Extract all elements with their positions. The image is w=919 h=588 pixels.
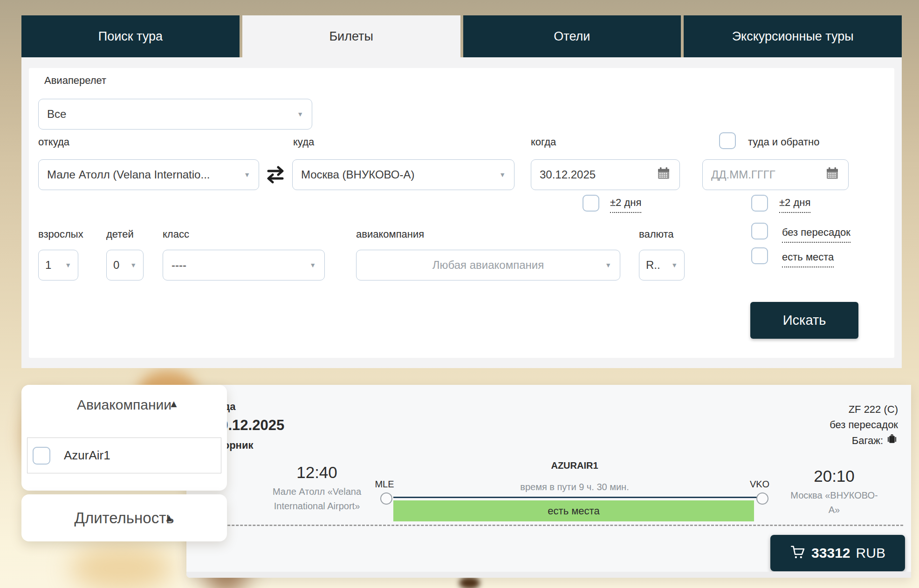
tickets-tab-panel: Авиаперелет Все ▼ откуда куда когда туда… bbox=[21, 57, 902, 368]
airline-filter-row: AzurAir1 bbox=[27, 438, 221, 473]
airline-label: авиакомпания bbox=[356, 228, 424, 240]
baggage-icon bbox=[886, 432, 898, 449]
return-date-placeholder: ДД.ММ.ГГГГ bbox=[711, 168, 775, 181]
from-label: откуда bbox=[38, 136, 69, 148]
cart-icon bbox=[790, 545, 806, 561]
price-amount: 33312 bbox=[811, 545, 850, 561]
to-airport-value: Москва (ВНУКОВО-А) bbox=[301, 168, 414, 181]
chevron-down-icon: ▼ bbox=[60, 261, 71, 269]
flight-duration: время в пути 9 ч. 30 мин. bbox=[481, 482, 668, 492]
class-value: ---- bbox=[171, 259, 186, 272]
flex-dates-checkbox-return[interactable] bbox=[751, 195, 768, 212]
roundtrip-label: туда и обратно bbox=[748, 136, 819, 148]
chevron-down-icon: ▼ bbox=[125, 261, 137, 269]
collapse-arrow-icon[interactable]: ▲ bbox=[169, 398, 179, 410]
return-date-input[interactable]: ДД.ММ.ГГГГ bbox=[702, 159, 849, 190]
children-label: детей bbox=[106, 228, 134, 240]
airlines-filter-title: Авиакомпании bbox=[21, 385, 227, 413]
to-label: куда bbox=[293, 136, 314, 148]
seats-available-checkbox[interactable] bbox=[751, 247, 768, 264]
tab-label: Поиск тура bbox=[98, 29, 163, 44]
tab-tickets[interactable]: Билеты bbox=[242, 15, 460, 57]
class-label: класс bbox=[163, 228, 189, 240]
depart-date-input[interactable]: 30.12.2025 bbox=[531, 159, 680, 190]
from-airport-select[interactable]: Мале Атолл (Velana Internatio... ▼ bbox=[38, 159, 259, 190]
airline-checkbox[interactable] bbox=[33, 447, 50, 465]
flight-section-label: Авиаперелет bbox=[44, 75, 106, 87]
flex-dates-checkbox-depart[interactable] bbox=[583, 195, 599, 212]
departure-airport: Мале Атолл «Velana International Airport… bbox=[271, 485, 363, 513]
roundtrip-checkbox[interactable] bbox=[719, 132, 736, 149]
tab-hotels[interactable]: Отели bbox=[463, 15, 681, 57]
calendar-icon[interactable] bbox=[825, 166, 840, 184]
search-widget: Поиск тура Билеты Отели Экскурсионные ту… bbox=[21, 15, 902, 368]
duration-filter-title: Длительность bbox=[21, 494, 227, 541]
arrival-airport: Москва «ВНУКОВО-А» bbox=[789, 488, 880, 517]
price-currency: RUB bbox=[856, 545, 885, 561]
airline-select[interactable]: Любая авиакомпания ▼ bbox=[356, 250, 620, 280]
adults-select[interactable]: 1 ▼ bbox=[38, 250, 78, 280]
arrival-airport-code: VKO bbox=[743, 479, 776, 490]
nonstop-label[interactable]: без пересадок bbox=[782, 226, 850, 243]
tab-label: Экскурсионные туры bbox=[732, 29, 854, 44]
nonstop-checkbox[interactable] bbox=[751, 223, 768, 239]
tab-bar: Поиск тура Билеты Отели Экскурсионные ту… bbox=[21, 15, 902, 57]
search-button[interactable]: Искать bbox=[750, 302, 858, 339]
departure-time: 12:40 bbox=[265, 463, 369, 482]
route-line bbox=[393, 497, 757, 498]
result-card-footer bbox=[186, 572, 911, 578]
chevron-down-icon: ▼ bbox=[600, 261, 611, 269]
children-value: 0 bbox=[113, 259, 119, 272]
flex-dates-label-depart[interactable]: ±2 дня bbox=[610, 197, 641, 213]
tab-excursion-tours[interactable]: Экскурсионные туры bbox=[684, 15, 902, 57]
currency-value: R.. bbox=[646, 259, 660, 272]
depart-date-value: 30.12.2025 bbox=[540, 168, 596, 181]
calendar-icon[interactable] bbox=[656, 166, 671, 184]
from-airport-value: Мале Атолл (Velana Internatio... bbox=[47, 168, 210, 181]
tab-tour-search[interactable]: Поиск тура bbox=[21, 15, 240, 57]
background-blur-shape bbox=[70, 545, 172, 588]
departure-point-radio[interactable] bbox=[380, 492, 392, 505]
flight-type-value: Все bbox=[47, 108, 66, 121]
departure-block: 12:40 Мале Атолл «Velana International A… bbox=[265, 463, 369, 513]
seats-available-label[interactable]: есть места bbox=[782, 251, 834, 267]
baggage-label: Багаж: bbox=[852, 433, 883, 448]
arrival-block: 20:10 Москва «ВНУКОВО-А» bbox=[788, 467, 881, 517]
seats-available-badge: есть места bbox=[393, 500, 754, 521]
result-header-right: ZF 222 (C) без пересадок Багаж: bbox=[830, 402, 898, 449]
currency-select[interactable]: R.. ▼ bbox=[639, 250, 685, 280]
chevron-down-icon: ▼ bbox=[666, 261, 678, 269]
airlines-filter-card: Авиакомпании ▲ AzurAir1 bbox=[21, 385, 227, 491]
collapse-arrow-icon[interactable]: ▲ bbox=[164, 512, 174, 524]
flex-dates-label-return[interactable]: ±2 дня bbox=[779, 197, 810, 213]
flight-number: ZF 222 (C) bbox=[830, 402, 898, 417]
flight-type-select[interactable]: Все ▼ bbox=[38, 99, 312, 130]
tab-label: Билеты bbox=[329, 29, 373, 44]
adults-value: 1 bbox=[45, 259, 51, 272]
swap-directions-icon[interactable] bbox=[265, 166, 286, 185]
stops-info: без пересадок bbox=[830, 417, 898, 432]
departure-airport-code: MLE bbox=[370, 479, 398, 490]
adults-label: взрослых bbox=[38, 228, 83, 240]
operating-airline: AZURAIR1 bbox=[481, 460, 668, 471]
airline-placeholder: Любая авиакомпания bbox=[432, 259, 544, 272]
chevron-down-icon: ▼ bbox=[305, 261, 316, 269]
arrival-point-radio[interactable] bbox=[756, 492, 768, 505]
children-select[interactable]: 0 ▼ bbox=[106, 250, 144, 280]
buy-ticket-button[interactable]: 33312 RUB bbox=[770, 535, 905, 571]
background-blur-shape bbox=[459, 577, 480, 588]
chevron-down-icon: ▼ bbox=[292, 110, 303, 118]
airline-name: AzurAir1 bbox=[64, 448, 110, 463]
tab-label: Отели bbox=[554, 29, 590, 44]
result-separator bbox=[194, 525, 903, 526]
flight-search-form: Авиаперелет Все ▼ откуда куда когда туда… bbox=[29, 68, 894, 358]
flight-result-card: Туда 30.12.2025 вторник ZF 222 (C) без п… bbox=[186, 385, 911, 578]
class-select[interactable]: ---- ▼ bbox=[163, 250, 325, 280]
search-button-label: Искать bbox=[783, 313, 826, 328]
chevron-down-icon: ▼ bbox=[494, 171, 506, 178]
chevron-down-icon: ▼ bbox=[239, 171, 250, 178]
duration-filter-card: Длительность ▲ bbox=[21, 494, 227, 541]
to-airport-select[interactable]: Москва (ВНУКОВО-А) ▼ bbox=[292, 159, 514, 190]
arrival-time: 20:10 bbox=[788, 467, 881, 485]
when-label: когда bbox=[531, 136, 556, 148]
